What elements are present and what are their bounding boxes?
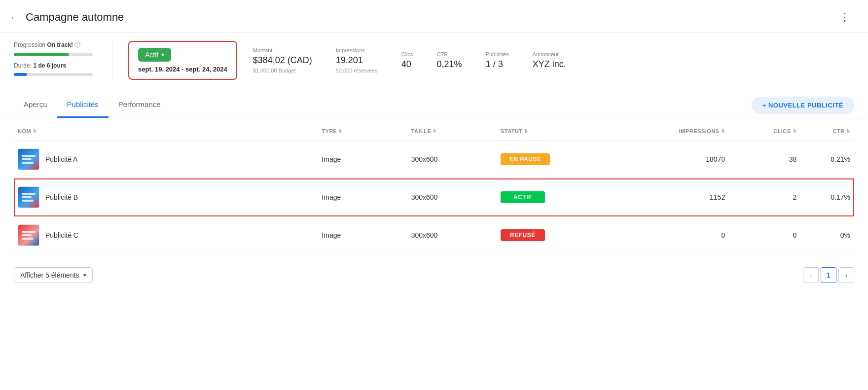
ad-name: Publicité C [45, 231, 78, 239]
duration-bar-fill [14, 73, 27, 76]
chevron-down-icon: ▾ [83, 272, 86, 279]
col-header-nom: NOM ⇅ [14, 122, 318, 141]
metric-value: XYZ inc. [533, 59, 566, 70]
ad-thumbnail [18, 224, 39, 246]
back-button[interactable]: ← [10, 12, 20, 23]
ad-impressions: 1152 [622, 178, 729, 216]
ad-thumbnail [18, 186, 39, 208]
ad-ctr: 0% [800, 216, 854, 254]
metric-annonceur: Annonceur XYZ inc. [533, 51, 566, 70]
sort-icon: ⇅ [793, 129, 797, 134]
ad-size: 300x600 [407, 216, 497, 254]
ad-name: Publicité B [45, 193, 78, 201]
col-header-ctr: CTR ⇅ [800, 122, 854, 141]
ad-clics: 2 [729, 178, 800, 216]
metric-value: 0,21% [437, 59, 462, 70]
per-page-label: Afficher 5 éléments [20, 271, 79, 279]
sort-icon: ⇅ [721, 129, 725, 134]
metric-label: Annonceur [533, 51, 566, 57]
ad-name-cell: Publicité B [14, 178, 318, 216]
per-page-select[interactable]: Afficher 5 éléments ▾ [14, 267, 93, 283]
tab-publicites[interactable]: Publicités [57, 92, 108, 118]
table-row[interactable]: Publicité B Image 300x600 ACTIF 1152 2 0… [14, 178, 854, 216]
metric-impressions: Impressions 19.201 50.000 réservées [336, 47, 378, 73]
status-badge: REFUSÉ [501, 229, 545, 241]
table-row[interactable]: Publicité A Image 300x600 EN PAUSE 18070… [14, 141, 854, 178]
ad-name: Publicité A [45, 155, 77, 163]
status-section: Actif ▾ sept. 19, 2024 - sept. 24, 2024 [128, 41, 237, 80]
page-header: ← Campagne automne ⋮ [0, 0, 868, 33]
progress-bar-track [14, 53, 93, 56]
page-title: Campagne automne [26, 11, 124, 24]
prev-page-button[interactable]: ‹ [803, 267, 819, 283]
sort-icon: ⇅ [846, 129, 851, 134]
metric-label: Montant [253, 47, 312, 53]
metric-label: CTR [437, 51, 462, 57]
duration-label: Durée: 1 de 6 jours [14, 62, 98, 69]
sort-ctr[interactable]: CTR ⇅ [832, 128, 850, 134]
ad-status: ACTIF [497, 178, 622, 216]
metric-sub: $1.000,00 Budget [253, 68, 312, 73]
metric-montant: Montant $384,02 (CAD) $1.000,00 Budget [253, 47, 312, 73]
sort-icon: ⇅ [433, 129, 437, 134]
sort-type[interactable]: TYPE ⇅ [322, 128, 342, 134]
metric-label: Clics [401, 51, 413, 57]
ad-ctr: 0.21% [800, 141, 854, 178]
metric-label: Publicités [486, 51, 509, 57]
ad-size: 300x600 [407, 178, 497, 216]
progress-label: Progression On track! ⓘ [14, 41, 98, 49]
metric-ctr: CTR 0,21% [437, 51, 462, 70]
col-header-statut: STATUT ⇅ [497, 122, 622, 141]
tab-performance[interactable]: Performance [108, 92, 171, 118]
sort-impressions[interactable]: IMPRESSIONS ⇅ [679, 128, 725, 134]
chevron-down-icon: ▾ [161, 51, 164, 58]
status-badge: EN PAUSE [501, 153, 550, 165]
next-page-button[interactable]: › [838, 267, 854, 283]
metric-sub: 50.000 réservées [336, 68, 378, 73]
sort-nom[interactable]: NOM ⇅ [18, 128, 37, 134]
status-badge: ACTIF [501, 191, 545, 203]
more-options-button[interactable]: ⋮ [835, 9, 854, 26]
sort-taille[interactable]: TAILLE ⇅ [411, 128, 437, 134]
page-1-button[interactable]: 1 [821, 267, 836, 283]
col-header-taille: TAILLE ⇅ [407, 122, 497, 141]
metrics-area: Montant $384,02 (CAD) $1.000,00 Budget I… [253, 41, 854, 80]
tabs-bar: AperçuPublicitésPerformance + NOUVELLE P… [0, 92, 868, 118]
table-container: NOM ⇅TYPE ⇅TAILLE ⇅STATUT ⇅IMPRESSIONS ⇅… [0, 122, 868, 254]
col-header-impressions: IMPRESSIONS ⇅ [622, 122, 729, 141]
metric-label: Impressions [336, 47, 378, 53]
ad-name-cell: Publicité C [14, 216, 318, 254]
ad-status: EN PAUSE [497, 141, 622, 178]
metric-value: 19.201 [336, 55, 378, 66]
ad-status: REFUSÉ [497, 216, 622, 254]
sort-statut[interactable]: STATUT ⇅ [501, 128, 528, 134]
header-left: ← Campagne automne [10, 11, 124, 24]
table-row[interactable]: Publicité C Image 300x600 REFUSÉ 0 0 0% [14, 216, 854, 254]
sort-icon: ⇅ [524, 129, 529, 134]
metric-clics: Clics 40 [401, 51, 413, 70]
ad-type: Image [318, 178, 407, 216]
ad-impressions: 0 [622, 216, 729, 254]
ad-thumbnail [18, 148, 39, 170]
date-range: sept. 19, 2024 - sept. 24, 2024 [138, 66, 227, 73]
progress-bar-fill [14, 53, 69, 56]
sort-icon: ⇅ [338, 129, 343, 134]
new-ad-button[interactable]: + NOUVELLE PUBLICITÉ [752, 97, 854, 114]
metric-value: 1 / 3 [486, 59, 509, 70]
status-dropdown[interactable]: Actif ▾ [138, 48, 171, 62]
sort-clics[interactable]: CLICS ⇅ [773, 128, 796, 134]
tabs: AperçuPublicitésPerformance [14, 92, 171, 118]
tab-apercu[interactable]: Aperçu [14, 92, 57, 118]
ad-impressions: 18070 [622, 141, 729, 178]
table-header-row: NOM ⇅TYPE ⇅TAILLE ⇅STATUT ⇅IMPRESSIONS ⇅… [14, 122, 854, 141]
metric-value: 40 [401, 59, 413, 70]
page-nav: ‹ 1 › [803, 267, 854, 283]
ad-size: 300x600 [407, 141, 497, 178]
sort-icon: ⇅ [33, 129, 37, 134]
col-header-clics: CLICS ⇅ [729, 122, 800, 141]
pagination-bar: Afficher 5 éléments ▾ ‹ 1 › [0, 258, 868, 292]
ad-ctr: 0.17% [800, 178, 854, 216]
ad-type: Image [318, 141, 407, 178]
ad-clics: 38 [729, 141, 800, 178]
progress-section: Progression On track! ⓘ Durée: 1 de 6 jo… [14, 41, 112, 80]
